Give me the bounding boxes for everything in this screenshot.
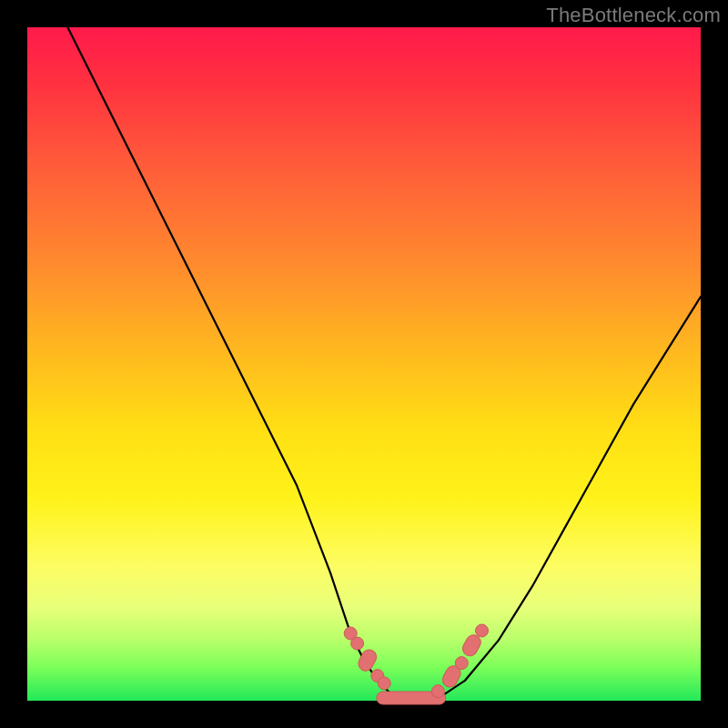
bottleneck-curve xyxy=(67,27,701,701)
chart-svg xyxy=(27,27,701,701)
right-dot-2 xyxy=(455,657,468,670)
marker-group xyxy=(344,624,488,704)
left-dot-4 xyxy=(378,677,390,690)
left-dot-2 xyxy=(351,637,364,650)
chart-frame: TheBottleneck.com xyxy=(0,0,728,728)
watermark-text: TheBottleneck.com xyxy=(546,4,721,27)
plot-area xyxy=(27,27,701,701)
right-dot-1 xyxy=(431,685,444,698)
right-dot-3 xyxy=(476,624,489,637)
